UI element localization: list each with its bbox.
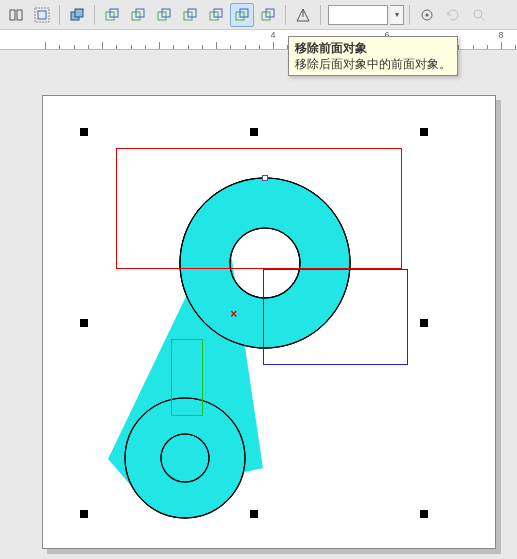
selection-rect-red — [116, 148, 402, 268]
toolbar: ▾ — [0, 0, 517, 30]
selection-handle[interactable] — [80, 319, 88, 327]
pen-tool-icon[interactable] — [291, 3, 315, 27]
selection-handle[interactable] — [250, 510, 258, 518]
selection-handle[interactable] — [80, 128, 88, 136]
tooltip-desc: 移除后面对象中的前面对象。 — [295, 56, 451, 72]
tooltip: 移除前面对象 移除后面对象中的前面对象。 — [288, 36, 458, 76]
svg-rect-0 — [10, 10, 15, 20]
toolbar-separator — [320, 5, 321, 25]
group-icon[interactable] — [30, 3, 54, 27]
trim-icon[interactable] — [126, 3, 150, 27]
simplify-icon[interactable] — [178, 3, 202, 27]
combine-icon[interactable] — [65, 3, 89, 27]
snap-icon[interactable] — [415, 3, 439, 27]
zoom-icon — [467, 3, 491, 27]
fill-swatch[interactable] — [328, 5, 388, 25]
canvas-area[interactable]: × — [0, 50, 517, 559]
toolbar-separator — [59, 5, 60, 25]
selection-handle[interactable] — [420, 319, 428, 327]
selection-rect-blue — [263, 269, 408, 366]
selection-handle[interactable] — [420, 510, 428, 518]
svg-rect-1 — [17, 10, 22, 20]
align-distribute-icon[interactable] — [4, 3, 28, 27]
refresh-icon — [441, 3, 465, 27]
ruler-label: 8 — [498, 30, 503, 40]
toolbar-separator — [94, 5, 95, 25]
intersect-icon[interactable] — [152, 3, 176, 27]
fill-dropdown-icon[interactable]: ▾ — [390, 5, 404, 25]
svg-rect-2 — [35, 8, 49, 22]
front-minus-back-icon[interactable] — [204, 3, 228, 27]
svg-point-22 — [426, 13, 429, 16]
selection-handle[interactable] — [80, 510, 88, 518]
tooltip-title: 移除前面对象 — [295, 40, 451, 56]
ruler-label: 4 — [270, 30, 275, 40]
boundary-icon[interactable] — [256, 3, 280, 27]
weld-icon[interactable] — [100, 3, 124, 27]
svg-rect-5 — [75, 9, 83, 17]
toolbar-separator — [285, 5, 286, 25]
page[interactable]: × — [42, 95, 496, 549]
svg-point-23 — [474, 10, 482, 18]
back-minus-front-icon[interactable] — [230, 3, 254, 27]
node-point[interactable] — [262, 175, 268, 181]
selection-handle[interactable] — [420, 128, 428, 136]
selection-handle[interactable] — [250, 128, 258, 136]
svg-line-24 — [481, 17, 485, 21]
selection-rect-green — [171, 339, 203, 416]
toolbar-separator — [409, 5, 410, 25]
svg-rect-3 — [38, 11, 46, 19]
